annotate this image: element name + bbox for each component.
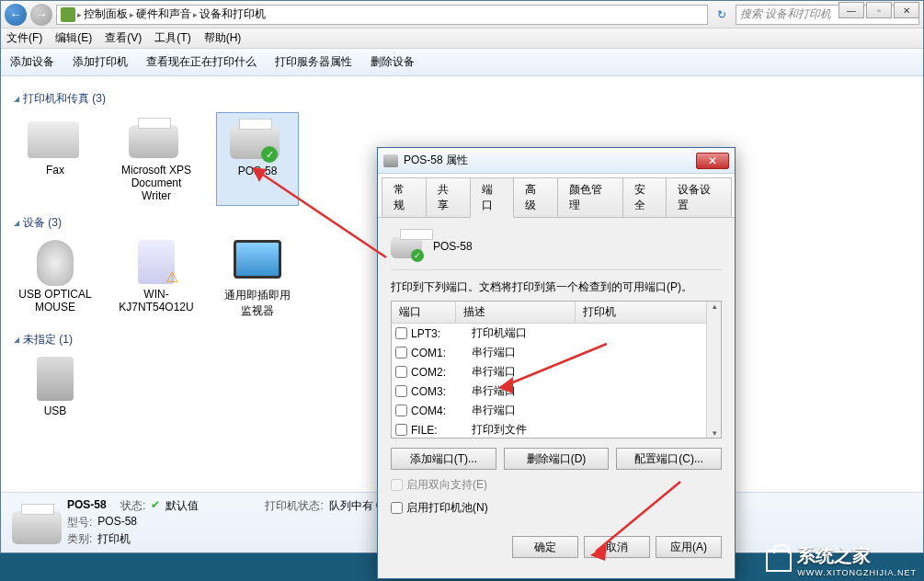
bidir-label: 启用双向支持(E) (406, 477, 487, 493)
col-desc[interactable]: 描述 (456, 302, 576, 323)
port-checkbox[interactable] (395, 385, 407, 397)
device-item[interactable]: USB OPTICAL MOUSE (14, 236, 97, 323)
device-item[interactable]: Microsoft XPS Document Writer (115, 112, 198, 206)
dialog-close-button[interactable]: ✕ (696, 153, 729, 169)
details-name: POS-58 (67, 498, 107, 514)
watermark-text: 系统之家 (797, 543, 917, 568)
printer-icon: ✓ (230, 117, 285, 163)
menu-tools[interactable]: 工具(T) (154, 30, 190, 46)
tb-add-printer[interactable]: 添加打印机 (73, 54, 128, 70)
details-state-label: 状态: (120, 498, 145, 514)
add-port-button[interactable]: 添加端口(T)... (391, 448, 496, 470)
device-label: USB OPTICAL MOUSE (17, 288, 93, 313)
device-label: USB (44, 404, 67, 417)
port-row[interactable]: COM4:串行端口 (392, 401, 721, 420)
dialog-titlebar[interactable]: POS-58 属性 ✕ (378, 148, 735, 174)
properties-dialog: POS-58 属性 ✕ 常规共享端口高级颜色管理安全设备设置 ✓ POS-58 … (377, 147, 736, 579)
mouse-icon (28, 240, 83, 286)
dialog-printer-name: POS-58 (433, 240, 473, 253)
fax-icon (28, 116, 83, 162)
details-state-value: 默认值 (165, 498, 199, 514)
device-label: 通用即插即用监视器 (220, 288, 295, 319)
apply-button[interactable]: 应用(A) (656, 536, 722, 558)
device-item[interactable]: Fax (14, 112, 97, 206)
col-printer[interactable]: 打印机 (576, 302, 721, 323)
menu-view[interactable]: 查看(V) (105, 30, 142, 46)
printer-icon (129, 116, 184, 162)
back-button[interactable]: ← (5, 4, 27, 26)
pc-icon (129, 240, 184, 286)
pool-checkbox-row[interactable]: 启用打印机池(N) (391, 500, 722, 516)
tb-add-device[interactable]: 添加设备 (10, 54, 54, 70)
port-checkbox[interactable] (395, 424, 407, 436)
device-item[interactable]: USB (14, 353, 97, 421)
tab-1[interactable]: 共享 (426, 177, 471, 217)
cancel-button[interactable]: 取消 (584, 536, 650, 558)
details-cat-value: 打印机 (97, 531, 131, 547)
details-print-label: 打印机状态: (265, 498, 323, 514)
dialog-printer-icon: ✓ (391, 233, 424, 260)
forward-button[interactable]: → (30, 4, 52, 26)
maximize-button[interactable]: ▫ (866, 2, 892, 18)
breadcrumb[interactable]: ▸ 控制面板 ▸ 硬件和声音 ▸ 设备和打印机 (56, 5, 708, 25)
toolbar: 添加设备 添加打印机 查看现在正在打印什么 打印服务器属性 删除设备 (1, 49, 923, 76)
bc-1[interactable]: 控制面板 (84, 6, 128, 22)
house-icon (766, 550, 792, 572)
port-row[interactable]: FILE:打印到文件 (392, 420, 721, 439)
pool-label: 启用打印机池(N) (406, 500, 488, 516)
details-printer-icon (12, 502, 58, 544)
col-port[interactable]: 端口 (392, 302, 456, 323)
printer-icon (383, 154, 398, 167)
port-checkbox[interactable] (395, 404, 407, 416)
tab-strip: 常规共享端口高级颜色管理安全设备设置 (378, 174, 735, 218)
ok-button[interactable]: 确定 (512, 536, 578, 558)
device-label: POS-58 (238, 165, 278, 177)
details-model-value: POS-58 (97, 515, 137, 530)
refresh-button[interactable]: ↻ (712, 5, 732, 25)
device-item[interactable]: 通用即插即用监视器 (216, 236, 299, 323)
details-cat-label: 类别: (67, 531, 92, 547)
tab-3[interactable]: 高级 (513, 177, 558, 217)
minimize-button[interactable]: — (838, 2, 864, 18)
tb-view-queue[interactable]: 查看现在正在打印什么 (146, 54, 257, 70)
bidir-checkbox (391, 479, 403, 491)
menu-bar: 文件(F) 编辑(E) 查看(V) 工具(T) 帮助(H) (1, 28, 923, 49)
close-button[interactable]: ✕ (894, 2, 919, 18)
bc-3[interactable]: 设备和打印机 (200, 6, 266, 22)
tab-4[interactable]: 颜色管理 (557, 177, 623, 217)
tb-remove[interactable]: 删除设备 (371, 54, 415, 70)
port-checkbox[interactable] (395, 327, 407, 339)
menu-file[interactable]: 文件(F) (6, 30, 42, 46)
box-icon (28, 357, 83, 403)
bc-2[interactable]: 硬件和声音 (136, 6, 191, 22)
device-label: Fax (46, 164, 64, 177)
config-port-button[interactable]: 配置端口(C)... (616, 448, 722, 470)
port-list[interactable]: 端口 描述 打印机 LPT3:打印机端口COM1:串行端口COM2:串行端口CO… (391, 301, 722, 439)
menu-help[interactable]: 帮助(H) (204, 30, 242, 46)
pool-checkbox[interactable] (391, 502, 403, 514)
port-checkbox[interactable] (395, 366, 407, 378)
scrollbar[interactable] (706, 302, 721, 438)
device-label: Microsoft XPS Document Writer (119, 164, 194, 202)
delete-port-button[interactable]: 删除端口(D) (504, 448, 610, 470)
port-row[interactable]: LPT3:打印机端口 (392, 324, 721, 343)
port-checkbox[interactable] (395, 347, 407, 359)
group-header[interactable]: 打印机和传真 (3) (14, 91, 910, 107)
port-row[interactable]: COM3:串行端口 (392, 382, 721, 401)
device-label: WIN-KJ7NT54O12U (119, 288, 194, 313)
device-item[interactable]: WIN-KJ7NT54O12U (115, 236, 198, 323)
tb-server-props[interactable]: 打印服务器属性 (275, 54, 352, 70)
port-row[interactable]: COM2:串行端口 (392, 362, 721, 382)
tab-5[interactable]: 安全 (622, 177, 667, 217)
tab-2[interactable]: 端口 (470, 177, 515, 218)
port-row[interactable]: COM1:串行端口 (392, 343, 721, 362)
instruction-text: 打印到下列端口。文档将打印到第一个检查到的可用端口(P)。 (391, 279, 722, 295)
watermark-url: WWW.XITONGZHIJIA.NET (797, 568, 917, 577)
menu-edit[interactable]: 编辑(E) (55, 30, 92, 46)
tab-6[interactable]: 设备设置 (666, 177, 732, 217)
tab-0[interactable]: 常规 (382, 177, 427, 217)
device-item[interactable]: ✓POS-58 (216, 112, 299, 206)
watermark: 系统之家 WWW.XITONGZHIJIA.NET (766, 543, 917, 577)
monitor-icon (230, 240, 285, 286)
details-model-label: 型号: (67, 515, 92, 530)
